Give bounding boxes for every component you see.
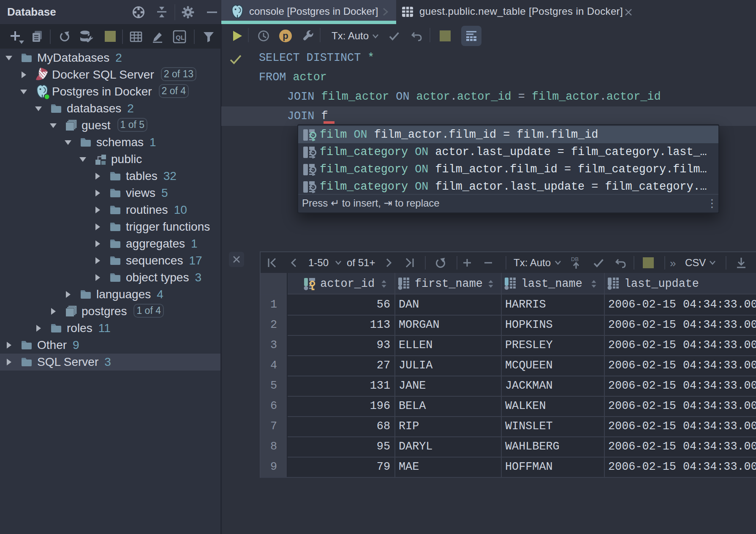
svg-text:DB: DB bbox=[571, 256, 579, 262]
svg-text:QL: QL bbox=[176, 34, 185, 41]
